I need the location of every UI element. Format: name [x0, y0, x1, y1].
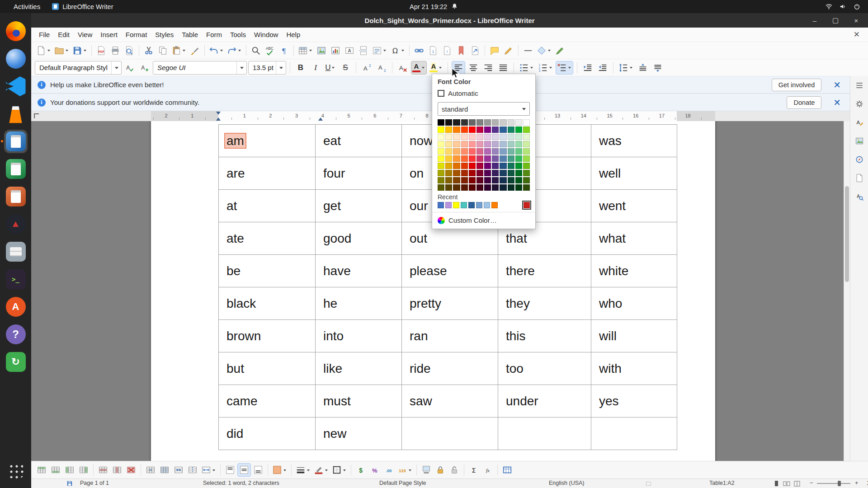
table-cell[interactable]: went: [591, 190, 677, 222]
table-cell[interactable]: must: [316, 385, 402, 418]
activities-button[interactable]: Activities: [14, 3, 40, 10]
save-button[interactable]: [71, 44, 89, 57]
current-color-swatch[interactable]: [524, 202, 530, 208]
color-swatch[interactable]: [445, 177, 452, 183]
color-swatch[interactable]: [500, 170, 506, 176]
dock-item-vscode[interactable]: [4, 75, 28, 98]
dock-item-libreoffice-calc[interactable]: [4, 157, 28, 181]
align-bottom-button[interactable]: [251, 463, 265, 477]
optimize-size-dropdown[interactable]: [211, 464, 216, 476]
print-preview-button[interactable]: [123, 44, 136, 57]
color-swatch[interactable]: [469, 177, 476, 183]
subscript-button[interactable]: [375, 61, 388, 75]
cut-button[interactable]: [142, 44, 156, 57]
color-swatch[interactable]: [445, 148, 452, 155]
color-swatch[interactable]: [508, 163, 514, 169]
no-list-dropdown[interactable]: [567, 61, 572, 74]
table-cell[interactable]: brown: [219, 320, 316, 352]
paste-dropdown[interactable]: [181, 44, 186, 57]
dock-item-app-center[interactable]: A: [4, 295, 28, 319]
undo-button[interactable]: [208, 44, 225, 57]
color-swatch[interactable]: [508, 184, 514, 191]
insert-table-dropdown[interactable]: [308, 44, 313, 57]
protect-cells-button[interactable]: [434, 463, 447, 477]
color-swatch[interactable]: [461, 119, 468, 126]
formatting-marks-button[interactable]: [277, 44, 291, 57]
merge-cells-button[interactable]: [172, 463, 185, 477]
color-swatch[interactable]: [453, 119, 460, 126]
insert-comment-button[interactable]: [488, 44, 501, 57]
color-swatch[interactable]: [438, 148, 444, 155]
get-involved-button[interactable]: Get involved: [772, 79, 822, 91]
border-color-dropdown[interactable]: [324, 464, 329, 476]
color-swatch[interactable]: [438, 155, 444, 162]
color-swatch[interactable]: [515, 163, 522, 169]
color-swatch[interactable]: [461, 170, 468, 176]
line-spacing-button[interactable]: [617, 61, 635, 75]
table-cell[interactable]: black: [219, 287, 316, 320]
color-swatch[interactable]: [500, 141, 506, 147]
color-swatch[interactable]: [453, 155, 460, 162]
insert-table-button[interactable]: [297, 44, 314, 57]
recent-color-swatch[interactable]: [461, 202, 467, 208]
select-table-button[interactable]: [158, 463, 171, 477]
color-swatch[interactable]: [445, 141, 452, 147]
zoom-in-button[interactable]: +: [855, 480, 858, 486]
color-swatch[interactable]: [445, 119, 452, 126]
table-cell[interactable]: there: [498, 255, 591, 287]
spelling-button[interactable]: [263, 44, 277, 57]
color-swatch[interactable]: [476, 177, 483, 183]
color-swatch[interactable]: [523, 177, 530, 183]
color-swatch[interactable]: [476, 148, 483, 155]
line-spacing-dropdown[interactable]: [628, 61, 633, 74]
color-swatch[interactable]: [461, 184, 468, 191]
new-style-button[interactable]: [138, 61, 151, 75]
highlighting-color-button[interactable]: A: [428, 61, 444, 75]
color-swatch[interactable]: [476, 134, 483, 140]
color-swatch[interactable]: [484, 119, 491, 126]
insert-column-after-button[interactable]: [77, 463, 90, 477]
color-swatch[interactable]: [492, 148, 499, 155]
color-swatch[interactable]: [492, 184, 499, 191]
center-vertically-button[interactable]: [237, 463, 251, 477]
color-swatch[interactable]: [508, 127, 514, 133]
dock-item-firefox[interactable]: [4, 19, 28, 43]
color-swatch[interactable]: [523, 163, 530, 169]
color-swatch[interactable]: [515, 127, 522, 133]
color-swatch[interactable]: [445, 163, 452, 169]
color-swatch[interactable]: [523, 170, 530, 176]
right-indent-marker[interactable]: [318, 117, 323, 121]
view-single-page-button[interactable]: [773, 480, 780, 487]
color-swatch[interactable]: [508, 119, 514, 126]
no-list-button[interactable]: [556, 61, 573, 75]
left-indent-marker[interactable]: [216, 117, 221, 121]
recent-color-swatch[interactable]: [484, 202, 490, 208]
color-swatch[interactable]: [453, 134, 460, 140]
recent-color-swatch[interactable]: [468, 202, 475, 208]
color-swatch[interactable]: [438, 163, 444, 169]
first-line-indent-marker[interactable]: [216, 112, 221, 115]
font-color-dropdown[interactable]: [420, 61, 425, 74]
table-cell[interactable]: did: [219, 418, 316, 450]
show-draw-functions-button[interactable]: [553, 44, 567, 57]
align-center-button[interactable]: [467, 61, 480, 75]
table-cell[interactable]: but: [219, 352, 316, 385]
color-swatch[interactable]: [453, 127, 460, 133]
align-right-button[interactable]: [481, 61, 495, 75]
styles-deck-button[interactable]: [854, 117, 865, 128]
gallery-deck-button[interactable]: [854, 135, 865, 147]
color-swatch[interactable]: [476, 184, 483, 191]
paragraph-style-combobox[interactable]: Default Paragraph Styl: [35, 61, 122, 75]
dock-item-updater[interactable]: ↻: [4, 350, 28, 374]
color-swatch[interactable]: [523, 119, 530, 126]
insert-cross-reference-button[interactable]: [468, 44, 482, 57]
color-swatch[interactable]: [476, 170, 483, 176]
color-swatch[interactable]: [484, 141, 491, 147]
color-swatch[interactable]: [469, 127, 476, 133]
table-cell[interactable]: ride: [402, 352, 498, 385]
recent-color-swatch[interactable]: [491, 202, 498, 208]
delete-table-button[interactable]: [124, 463, 138, 477]
color-swatch[interactable]: [445, 127, 452, 133]
table-cell[interactable]: be: [219, 255, 316, 287]
dock-item-libreoffice-writer[interactable]: [4, 130, 28, 153]
